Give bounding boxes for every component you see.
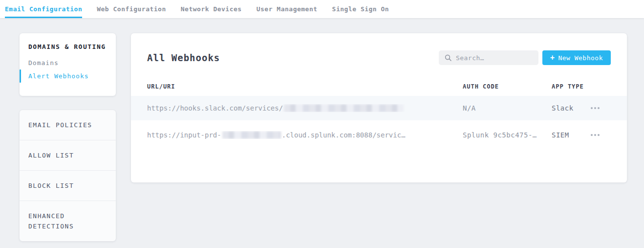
active-indicator-bar [20,69,21,83]
webhook-url-prefix: https://input-prd- [147,131,221,139]
webhooks-panel-header: All Webhooks + New Webhook [131,50,627,65]
page-title: All Webhooks [147,52,220,63]
domains-routing-heading: DOMAINS & ROUTING [28,43,107,50]
tab-user-management[interactable]: User Management [257,0,318,18]
auth-code-cell: N/A [463,104,552,112]
tab-network-devices[interactable]: Network Devices [181,0,242,18]
webhooks-table: URL/URI AUTH CODE APP TYPE https://hooks… [131,65,627,150]
search-box[interactable] [439,50,538,65]
table-row[interactable]: https://input-prd- .cloud.splunk.com:808… [131,120,627,150]
domains-routing-card: DOMAINS & ROUTING Domains Alert Webhooks [20,33,116,96]
row-actions-menu-icon[interactable] [590,131,601,139]
tab-web-configuration[interactable]: Web Configuration [97,0,166,18]
webhook-url-cell: https://hooks.slack.com/services/ [147,104,463,112]
auth-code-cell: Splunk 9c5bc475-… [463,131,552,139]
webhooks-panel: All Webhooks + New Webhook URL/URI AUTH … [131,33,627,182]
sidebar-item-alert-webhooks[interactable]: Alert Webhooks [28,72,107,80]
row-actions [590,131,611,139]
plus-icon: + [550,54,555,62]
sidebar-item-domains[interactable]: Domains [28,59,107,67]
top-navigation: Email Configuration Web Configuration Ne… [0,0,644,18]
column-header-auth-code: AUTH CODE [463,83,552,90]
sidebar: DOMAINS & ROUTING Domains Alert Webhooks… [20,33,116,241]
new-webhook-button-label: New Webhook [558,54,603,62]
row-actions [590,104,611,112]
tab-email-configuration[interactable]: Email Configuration [5,0,82,18]
header-actions: + New Webhook [439,50,611,65]
new-webhook-button[interactable]: + New Webhook [542,50,611,65]
tab-single-sign-on[interactable]: Single Sign On [332,0,389,18]
redacted-url-segment [284,104,404,112]
sidebar-item-block-list[interactable]: BLOCK LIST [20,171,116,201]
sidebar-item-enhanced-detections[interactable]: ENHANCED DETECTIONS [20,201,116,241]
table-header-row: URL/URI AUTH CODE APP TYPE [131,65,627,96]
column-header-url: URL/URI [147,83,463,90]
search-input[interactable] [456,54,529,62]
sidebar-item-label: Alert Webhooks [28,72,89,80]
webhook-url-prefix: https://hooks.slack.com/services/ [147,104,283,112]
webhook-url-suffix: .cloud.splunk.com:8088/servic… [282,131,406,139]
app-type-cell: SIEM [552,131,590,139]
sidebar-sections-card: EMAIL POLICIES ALLOW LIST BLOCK LIST ENH… [20,110,116,241]
redacted-url-segment [222,131,281,139]
sidebar-item-allow-list[interactable]: ALLOW LIST [20,140,116,171]
webhook-url-cell: https://input-prd- .cloud.splunk.com:808… [147,131,463,139]
sidebar-item-email-policies[interactable]: EMAIL POLICIES [20,110,116,140]
search-icon [445,54,451,61]
column-header-app-type: APP TYPE [552,83,590,90]
table-row[interactable]: https://hooks.slack.com/services/ N/A Sl… [131,96,627,120]
row-actions-menu-icon[interactable] [590,104,601,112]
app-type-cell: Slack [552,104,590,112]
